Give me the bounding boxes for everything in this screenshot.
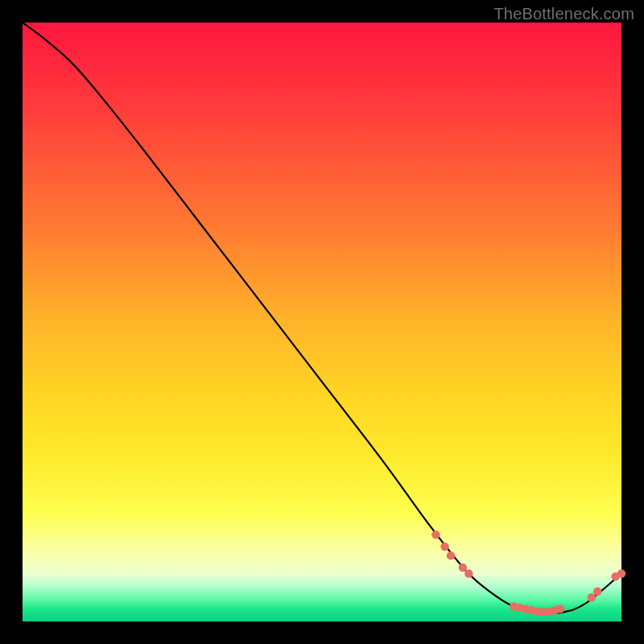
chart-frame: TheBottleneck.com [0, 0, 644, 644]
chart-markers [431, 530, 625, 616]
data-marker [464, 569, 473, 577]
data-marker [431, 530, 440, 539]
data-marker [459, 564, 467, 572]
data-marker [440, 543, 448, 551]
data-marker [556, 605, 564, 613]
bottleneck-curve [23, 23, 621, 613]
watermark-text: TheBottleneck.com [493, 5, 634, 23]
data-marker [617, 569, 625, 577]
data-marker [447, 551, 455, 559]
data-marker [588, 593, 596, 601]
chart-svg [23, 23, 621, 621]
chart-plot-area [23, 23, 621, 621]
data-marker [593, 588, 601, 596]
